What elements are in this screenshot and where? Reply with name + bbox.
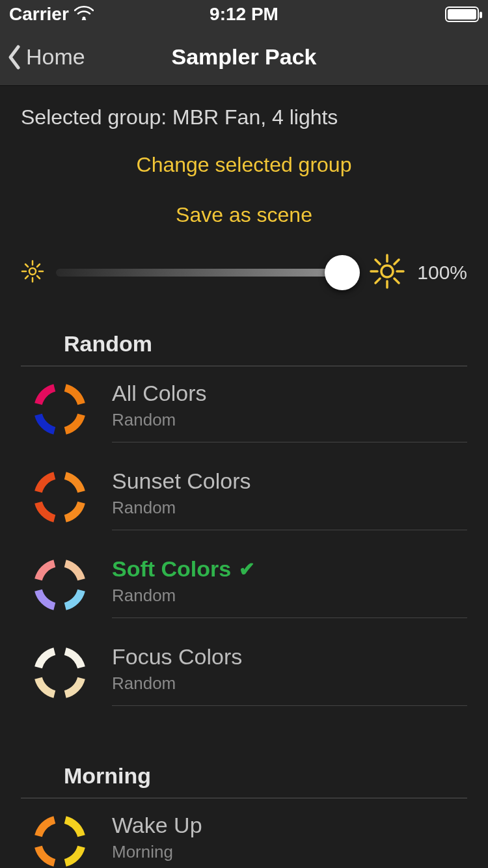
- svg-line-8: [37, 264, 40, 267]
- preset-ring-icon: [30, 811, 90, 869]
- preset-ring-icon: [30, 379, 90, 442]
- brightness-low-icon: [21, 260, 44, 286]
- preset-subtitle: Morning: [112, 842, 467, 862]
- preset-title: Sunset Colors: [112, 468, 467, 494]
- preset-subtitle: Random: [112, 410, 467, 430]
- back-label: Home: [26, 44, 85, 70]
- preset-title: Soft Colors✔: [112, 556, 467, 582]
- checkmark-icon: ✔: [239, 558, 255, 580]
- save-scene-button[interactable]: Save as scene: [21, 203, 467, 227]
- brightness-high-icon: [369, 253, 405, 292]
- svg-line-18: [375, 278, 380, 283]
- change-group-button[interactable]: Change selected group: [21, 153, 467, 177]
- clock: 9:12 PM: [0, 4, 488, 25]
- preset-ring-icon: [30, 467, 90, 530]
- svg-point-10: [381, 265, 393, 277]
- preset-ring-icon: [30, 555, 90, 617]
- svg-line-16: [394, 278, 399, 283]
- nav-bar: Home Sampler Pack: [0, 29, 488, 86]
- battery-icon: [445, 7, 479, 22]
- section-header: Morning: [21, 750, 467, 798]
- preset-row[interactable]: Wake Up Morning: [21, 798, 467, 868]
- preset-row[interactable]: Soft Colors✔ Random: [21, 542, 467, 630]
- svg-point-1: [29, 268, 36, 275]
- preset-title: Wake Up: [112, 813, 467, 838]
- preset-subtitle: Random: [112, 673, 467, 694]
- status-bar: Carrier 9:12 PM: [0, 0, 488, 29]
- preset-ring-icon: [30, 643, 90, 705]
- preset-row[interactable]: Sunset Colors Random: [21, 454, 467, 542]
- svg-line-6: [25, 264, 28, 267]
- svg-line-9: [25, 276, 28, 278]
- preset-title: All Colors: [112, 381, 467, 406]
- svg-line-7: [37, 276, 40, 278]
- brightness-percent: 100%: [417, 262, 467, 284]
- back-button[interactable]: Home: [0, 44, 85, 70]
- brightness-slider[interactable]: [56, 269, 357, 277]
- svg-line-17: [394, 260, 399, 264]
- svg-line-15: [375, 260, 380, 264]
- section-header: Random: [21, 318, 467, 366]
- preset-subtitle: Random: [112, 498, 467, 518]
- slider-thumb[interactable]: [325, 255, 360, 290]
- selected-group-label: Selected group: MBR Fan, 4 lights: [21, 105, 467, 129]
- preset-row[interactable]: Focus Colors Random: [21, 630, 467, 718]
- preset-title: Focus Colors: [112, 644, 467, 670]
- preset-subtitle: Random: [112, 586, 467, 606]
- chevron-left-icon: [7, 44, 22, 70]
- preset-row[interactable]: All Colors Random: [21, 366, 467, 454]
